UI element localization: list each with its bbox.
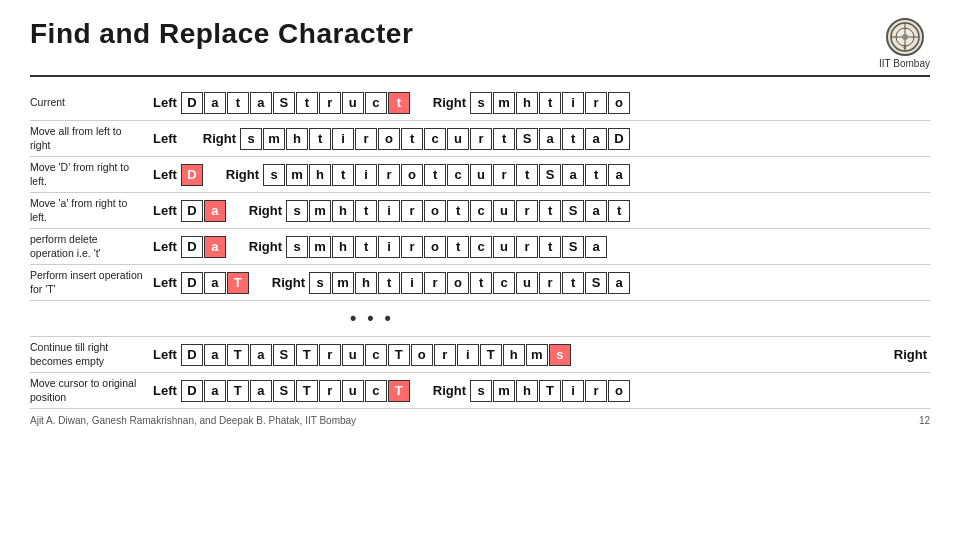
row-label: Move 'a' from right to left. [30,197,150,224]
left-cell: a [204,92,226,114]
right-cell: T [539,380,561,402]
left-cell: T [227,272,249,294]
left-cell: h [503,344,525,366]
right-cell: m [493,380,515,402]
right-cell: t [539,92,561,114]
left-cell: D [181,164,203,186]
left-cell: m [526,344,548,366]
right-cell: m [309,200,331,222]
right-cell: a [585,128,607,150]
right-cell: i [378,200,400,222]
iit-label: IIT Bombay [879,58,930,69]
left-cell: u [342,92,364,114]
left-cell: r [319,92,341,114]
right-cell: t [447,200,469,222]
row-content: LeftDaRightsmhtirotcurtSa [150,236,930,258]
right-cell: t [424,164,446,186]
right-cell: c [424,128,446,150]
row-content: LeftDRightsmhtirotcurtSata [150,164,930,186]
svg-point-4 [902,34,908,40]
right-cell: a [608,272,630,294]
left-cell: t [227,92,249,114]
right-cell: t [378,272,400,294]
right-cell: c [470,200,492,222]
right-cell: t [562,128,584,150]
right-label: Right [272,275,305,290]
page-number: 12 [919,415,930,426]
left-cell: a [204,236,226,258]
left-cell: a [204,380,226,402]
left-cell: c [365,380,387,402]
right-cell: h [332,200,354,222]
right-cell: r [401,236,423,258]
right-cell: s [286,236,308,258]
right-label: Right [249,203,282,218]
left-cell: t [388,92,410,114]
row-label: Move cursor to original position [30,377,150,404]
right-cell: S [539,164,561,186]
right-label: Right [894,347,927,362]
logo-circle: ⚙ [886,18,924,56]
right-cell: r [355,128,377,150]
left-cell: T [480,344,502,366]
left-cell: r [434,344,456,366]
right-cell: o [424,200,446,222]
right-cell: S [585,272,607,294]
left-cell: o [411,344,433,366]
right-label: Right [203,131,236,146]
left-cell: S [273,380,295,402]
left-label: Left [153,275,177,290]
right-cell: t [309,128,331,150]
right-cell: i [378,236,400,258]
page: Find and Replace Character ⚙ IIT Bombay … [0,0,960,540]
right-cell: m [332,272,354,294]
iit-logo: ⚙ IIT Bombay [879,18,930,69]
left-cell: D [181,380,203,402]
right-cell: s [470,92,492,114]
row-content: LeftDaTaSTrucToriThmsRight [150,344,930,366]
right-cell: i [562,92,584,114]
left-cell: D [181,92,203,114]
right-cell: u [493,236,515,258]
right-cell: t [539,200,561,222]
right-cell: s [240,128,262,150]
right-cell: a [608,164,630,186]
right-cell: r [539,272,561,294]
right-cell: r [585,92,607,114]
row-label: Perform insert operation for 'T' [30,269,150,296]
left-cell: D [181,236,203,258]
right-label: Right [433,95,466,110]
left-cell: S [273,344,295,366]
right-cell: u [447,128,469,150]
left-label: Left [153,347,177,362]
right-cell: t [355,236,377,258]
left-cell: T [227,380,249,402]
left-cell: T [388,344,410,366]
right-cell: c [470,236,492,258]
table-row: Move cursor to original positionLeftDaTa… [30,373,930,409]
right-cell: o [447,272,469,294]
right-cell: t [608,200,630,222]
table-row: Perform insert operation for 'T'LeftDaTR… [30,265,930,301]
header-divider [30,75,930,77]
left-cell: D [181,344,203,366]
right-cell: h [355,272,377,294]
right-label: Right [226,167,259,182]
right-label: Right [433,383,466,398]
left-cell: a [250,344,272,366]
right-cell: S [562,200,584,222]
left-label: Left [153,131,177,146]
left-cell: a [250,380,272,402]
left-cell: i [457,344,479,366]
right-cell: h [516,380,538,402]
right-cell: t [539,236,561,258]
right-cell: a [585,200,607,222]
right-cell: i [355,164,377,186]
right-cell: u [493,200,515,222]
table-row: Move all from left to rightLeftRightsmht… [30,121,930,157]
right-cell: s [470,380,492,402]
right-cell: r [424,272,446,294]
row-content: LeftDaTRightsmhtirotcurtSa [150,272,930,294]
left-cell: S [273,92,295,114]
right-cell: s [286,200,308,222]
